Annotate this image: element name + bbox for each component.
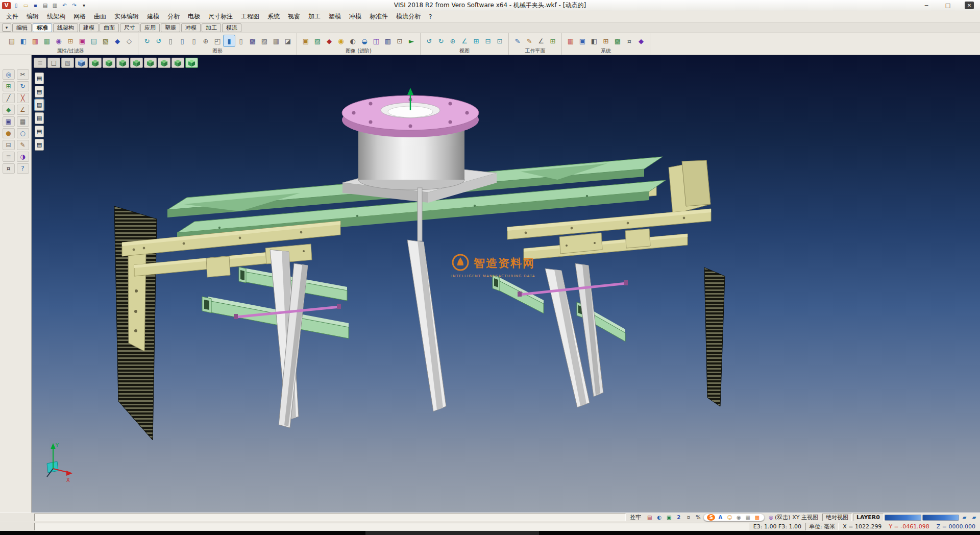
menu-item-6[interactable]: 实体编辑 <box>110 11 143 22</box>
dock-panel-5-icon[interactable]: ▤ <box>35 126 44 137</box>
viewport-3d[interactable]: ≡□▧ ▤▤▤▤▤▤ 智造资料网 INTELLIGENT MANUFACTURI… <box>32 55 980 513</box>
view-cube-bottom-icon[interactable] <box>158 58 170 68</box>
shadow-icon[interactable]: ◐ <box>347 35 358 46</box>
tab-7[interactable]: 应用 <box>140 23 160 32</box>
layer-cell[interactable]: LAYER0 <box>853 514 884 521</box>
lighting-icon[interactable]: ◉ <box>335 35 347 46</box>
type-filter-icon[interactable]: ▦ <box>41 35 53 46</box>
view-split-4-icon[interactable]: ▯ <box>188 35 200 46</box>
indicator-1-icon[interactable]: ▰ <box>960 514 969 521</box>
resources-icon[interactable]: ◆ <box>635 35 647 46</box>
notes-icon[interactable]: ▤ <box>645 514 654 521</box>
rotate-view-left-icon[interactable]: ↺ <box>424 35 435 46</box>
layer-filter-icon[interactable]: ▥ <box>30 35 41 46</box>
minimize-button[interactable]: ─ <box>916 0 937 11</box>
view-split-2-icon[interactable]: ▯ <box>177 35 188 46</box>
menu-item-12[interactable]: 系统 <box>263 11 284 22</box>
gear-icon[interactable]: ¤ <box>684 514 693 521</box>
workplane-new-icon[interactable]: ⊞ <box>547 35 558 46</box>
tab-6[interactable]: 尺寸 <box>120 23 139 32</box>
tab-8[interactable]: 塑膜 <box>161 23 180 32</box>
rotate-icon[interactable]: ↻ <box>17 81 29 91</box>
maximize-button[interactable]: □ <box>937 0 959 11</box>
sogou-toolbox-icon[interactable]: ▩ <box>753 514 761 521</box>
workplane-xy-icon[interactable]: ✎ <box>512 35 523 46</box>
display-settings-icon[interactable]: ▣ <box>577 35 588 46</box>
materials-icon[interactable]: ◆ <box>324 35 335 46</box>
dock-panel-1-icon[interactable]: ▤ <box>35 72 44 84</box>
view-wireframe-icon[interactable]: □ <box>47 58 60 68</box>
dynamic-view-icon[interactable]: ⊕ <box>447 35 458 46</box>
translate-icon[interactable]: ⊞ <box>3 81 15 91</box>
circle-icon[interactable]: ○ <box>17 128 29 138</box>
app-logo-icon[interactable]: V <box>2 2 11 9</box>
shaded-mode-icon[interactable]: ▣ <box>3 116 15 127</box>
layers-icon[interactable]: ≡ <box>3 152 15 162</box>
print-icon[interactable]: ▤ <box>41 2 50 9</box>
tab-10[interactable]: 加工 <box>202 23 221 32</box>
view-cube-back-icon[interactable] <box>144 58 157 68</box>
tab-dropdown-icon[interactable]: ▾ <box>2 23 11 32</box>
view-cube-iso-icon[interactable] <box>75 58 88 68</box>
active-view-icon[interactable]: ▮ <box>224 35 235 46</box>
percent-icon[interactable]: % <box>694 514 702 521</box>
zoom-out-icon[interactable]: ⊟ <box>482 35 494 46</box>
perspective-icon[interactable]: ◪ <box>282 35 293 46</box>
options-icon[interactable]: ¤ <box>3 163 15 174</box>
snap-toggle[interactable]: 拴牢 <box>627 514 644 521</box>
dock-panel-4-icon[interactable]: ▤ <box>35 112 44 124</box>
point-icon[interactable]: ● <box>3 128 15 138</box>
menu-item-10[interactable]: 尺寸标注 <box>204 11 237 22</box>
regenerate-icon[interactable]: ↺ <box>153 35 164 46</box>
view-cube-top-icon[interactable] <box>89 58 102 68</box>
view-cube-current-icon[interactable] <box>185 58 198 68</box>
select-by-color-icon[interactable]: ▣ <box>77 35 88 46</box>
3d-model-canvas[interactable] <box>32 55 980 513</box>
mirror-icon[interactable]: ◑ <box>17 152 29 162</box>
windows-taskbar[interactable] <box>0 531 980 535</box>
sogou-logo-icon[interactable]: S <box>707 514 715 521</box>
tab-2[interactable]: 标准 <box>33 23 52 32</box>
dock-panel-3-icon[interactable]: ▤ <box>35 99 44 111</box>
menu-item-14[interactable]: 加工 <box>304 11 325 22</box>
indicator-2-icon[interactable]: ▰ <box>970 514 978 521</box>
animation-icon[interactable]: ► <box>406 35 417 46</box>
render-shaded-icon[interactable]: ▣ <box>300 35 311 46</box>
view-cube-right-icon[interactable] <box>116 58 129 68</box>
workplane-rotate-icon[interactable]: ∠ <box>535 35 547 46</box>
color-filter-icon[interactable]: ◧ <box>18 35 29 46</box>
view-cube-iso-2-icon[interactable] <box>172 58 184 68</box>
line-icon[interactable]: ╱ <box>3 93 15 103</box>
count-icon[interactable]: 2 <box>674 514 683 521</box>
align-view-icon[interactable]: ∠ <box>459 35 470 46</box>
filter-off-icon[interactable]: ◇ <box>124 35 135 46</box>
menu-item-4[interactable]: 网格 <box>69 11 90 22</box>
shade-mode-icon[interactable]: ▩ <box>247 35 258 46</box>
tab-3[interactable]: 线架构 <box>53 23 78 32</box>
save-file-icon[interactable]: ▪ <box>31 2 40 9</box>
delete-icon[interactable]: ╳ <box>17 93 29 103</box>
tab-5[interactable]: 曲面 <box>100 23 119 32</box>
color-palette-icon[interactable]: ▦ <box>565 35 576 46</box>
dock-panel-6-icon[interactable]: ▤ <box>35 139 44 151</box>
measure-icon[interactable]: ∠ <box>17 105 29 115</box>
menu-item-5[interactable]: 曲面 <box>90 11 110 22</box>
dimension-icon[interactable]: ⊟ <box>3 140 15 150</box>
undo-icon[interactable]: ↶ <box>60 2 69 9</box>
tab-11[interactable]: 模流 <box>222 23 241 32</box>
workplane-align-icon[interactable]: ✎ <box>524 35 535 46</box>
select-by-layer-icon[interactable]: ▤ <box>88 35 100 46</box>
menu-item-2[interactable]: 编辑 <box>22 11 43 22</box>
render-texture-icon[interactable]: ▨ <box>312 35 323 46</box>
copy-attributes-icon[interactable]: ⊞ <box>65 35 76 46</box>
ime-toolbar[interactable]: SA☺◉▦▩ <box>703 514 765 521</box>
wire-mode-icon[interactable]: ▦ <box>271 35 282 46</box>
sogou-lang-icon[interactable]: A <box>716 514 724 521</box>
menu-item-7[interactable]: 建模 <box>143 11 163 22</box>
zoom-window-icon[interactable]: ◰ <box>212 35 223 46</box>
menu-item-15[interactable]: 塑模 <box>325 11 345 22</box>
sogou-keyboard-icon[interactable]: ▦ <box>744 514 752 521</box>
view-cube-left-icon[interactable] <box>130 58 143 68</box>
units-cell[interactable]: 单位: 毫米 <box>805 523 839 530</box>
annotate-icon[interactable]: ✎ <box>17 140 29 150</box>
